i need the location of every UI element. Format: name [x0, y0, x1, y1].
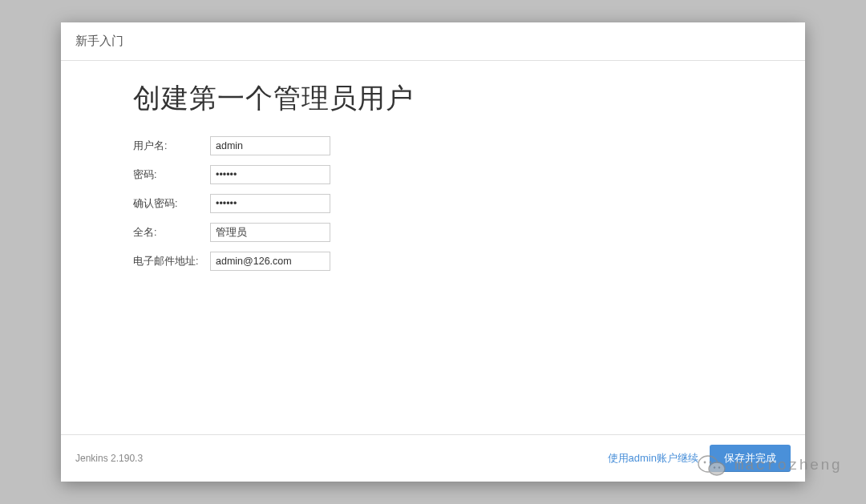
label-password: 密码: [133, 168, 210, 182]
label-confirm-password: 确认密码: [133, 197, 210, 211]
row-confirm-password: 确认密码: [133, 194, 733, 213]
label-username: 用户名: [133, 139, 210, 153]
row-fullname: 全名: [133, 223, 733, 242]
footer-actions: 使用admin账户继续 保存并完成 [608, 445, 791, 472]
dialog-title: 新手入门 [75, 34, 123, 47]
label-fullname: 全名: [133, 226, 210, 240]
save-and-finish-button[interactable]: 保存并完成 [710, 445, 791, 472]
row-email: 电子邮件地址: [133, 252, 733, 271]
page-title: 创建第一个管理员用户 [133, 80, 733, 117]
input-confirm-password[interactable] [210, 194, 330, 213]
input-fullname[interactable] [210, 223, 330, 242]
input-password[interactable] [210, 165, 330, 184]
label-email: 电子邮件地址: [133, 255, 210, 268]
input-email[interactable] [210, 252, 330, 271]
dialog-header: 新手入门 [61, 22, 805, 61]
input-username[interactable] [210, 136, 330, 155]
dialog-body: 创建第一个管理员用户 用户名: 密码: 确认密码: 全名: 电子邮件地址: [61, 61, 805, 434]
setup-dialog: 新手入门 创建第一个管理员用户 用户名: 密码: 确认密码: 全名: 电子邮件地… [61, 22, 805, 482]
row-username: 用户名: [133, 136, 733, 155]
row-password: 密码: [133, 165, 733, 184]
dialog-footer: Jenkins 2.190.3 使用admin账户继续 保存并完成 [61, 434, 805, 482]
continue-as-admin-link[interactable]: 使用admin账户继续 [608, 451, 698, 466]
version-label: Jenkins 2.190.3 [75, 453, 143, 464]
